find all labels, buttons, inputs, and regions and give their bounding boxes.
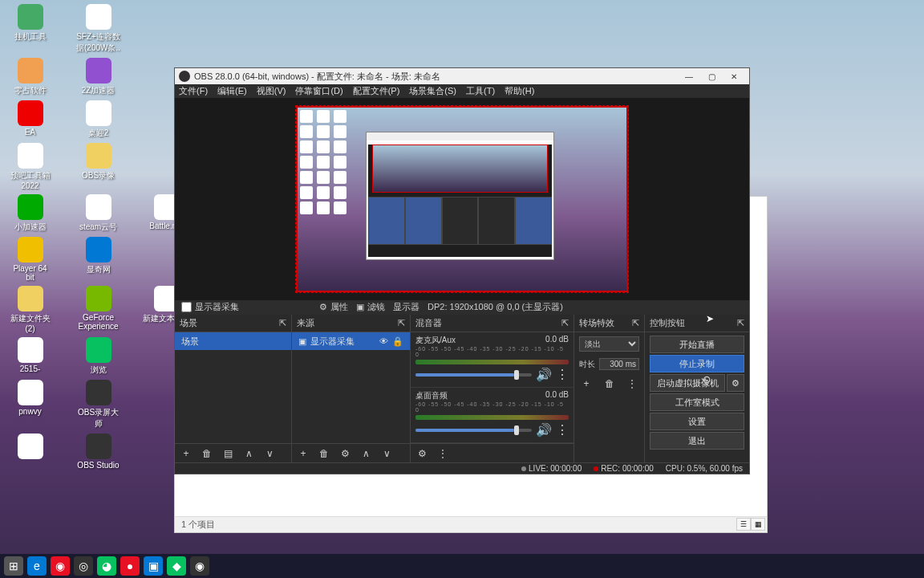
controls-title: 控制按钮	[650, 317, 685, 329]
titlebar[interactable]: OBS 28.0.0 (64-bit, windows) - 配置文件: 未命名…	[175, 68, 749, 84]
desktop-shortcut[interactable]: 零占软件	[0, 58, 60, 96]
mute-icon[interactable]: 🔊	[536, 422, 552, 438]
desktop-shortcut[interactable]: steam云号	[68, 194, 128, 233]
scene-down-button[interactable]: ∨	[262, 446, 277, 461]
desktop-shortcut[interactable]: 2515-	[0, 337, 60, 376]
filters-button[interactable]: ▣ 滤镜	[356, 301, 385, 313]
channel-name: 桌面音频	[415, 390, 448, 401]
transitions-title: 转场特效	[579, 317, 614, 329]
transition-select[interactable]: 淡出	[579, 336, 639, 352]
view-thumbs-icon[interactable]: ▦	[751, 518, 765, 531]
wechat-icon[interactable]: ◕	[97, 556, 116, 576]
source-no-show-checkbox[interactable]: 显示器采集	[181, 301, 239, 313]
channel-db: 0.0 dB	[545, 335, 569, 346]
menu-item[interactable]: 停靠窗口(D)	[295, 85, 342, 97]
mute-icon[interactable]: 🔊	[536, 367, 552, 382]
mixer-title: 混音器	[415, 317, 442, 329]
popout-icon[interactable]: ⇱	[398, 318, 405, 328]
virtual-cam-button[interactable]: 启动虚拟摄像机	[650, 374, 725, 392]
properties-button[interactable]: ⚙ 属性	[319, 301, 348, 313]
channel-menu-icon[interactable]: ⋮	[556, 367, 569, 382]
preview-source-bounds[interactable]	[296, 106, 628, 292]
app3-icon[interactable]: ▣	[144, 556, 163, 576]
preview-area[interactable]	[175, 98, 749, 300]
desktop-shortcut[interactable]: 新建文件夹 (2)	[0, 286, 60, 333]
close-button[interactable]: ✕	[723, 68, 745, 84]
add-source-button[interactable]: +	[296, 446, 310, 461]
add-transition-button[interactable]: +	[579, 377, 594, 391]
desktop-shortcut[interactable]: OBS录像	[68, 143, 128, 190]
desktop-shortcut[interactable]: 桌迎2	[68, 100, 128, 139]
taskbar[interactable]: ⊞ e ◉ ◎ ◕ ● ▣ ◆ ◉	[0, 554, 924, 578]
desktop-shortcut[interactable]: OBS录屏大 师	[68, 380, 128, 429]
channel-db: 0.0 dB	[545, 390, 569, 401]
desktop-shortcut[interactable]	[0, 434, 60, 470]
popout-icon[interactable]: ⇱	[737, 318, 744, 328]
add-scene-button[interactable]: +	[179, 446, 193, 461]
obs-main-window: OBS 28.0.0 (64-bit, windows) - 配置文件: 未命名…	[174, 67, 750, 474]
maximize-button[interactable]: ▢	[700, 68, 723, 84]
settings-button[interactable]: 设置	[650, 413, 744, 430]
transition-menu-button[interactable]: ⋮	[625, 377, 639, 391]
display-label: 显示器	[393, 301, 419, 313]
lock-icon[interactable]: 🔒	[392, 336, 403, 347]
menu-item[interactable]: 配置文件(P)	[353, 85, 400, 97]
desktop-shortcut[interactable]: 挂机工具	[0, 4, 60, 54]
duration-input[interactable]	[599, 358, 639, 370]
virtual-cam-settings-button[interactable]: ⚙	[727, 374, 744, 392]
mixer-channel: 麦克风/Aux0.0 dB -60 -55 -50 -45 -40 -35 -3…	[411, 332, 573, 388]
desktop-shortcut[interactable]: pnwvy	[0, 380, 60, 429]
menu-item[interactable]: 场景集合(S)	[409, 85, 456, 97]
reset-icon[interactable]: ⟲	[701, 373, 711, 386]
desktop-shortcut[interactable]: 2Z加速器	[68, 58, 128, 96]
edge-icon[interactable]: e	[27, 556, 47, 576]
channel-menu-icon[interactable]: ⋮	[556, 422, 569, 438]
menu-item[interactable]: 工具(T)	[466, 85, 495, 97]
app4-icon[interactable]: ◆	[167, 556, 186, 576]
desktop-shortcut[interactable]: GeForce Experience	[68, 286, 128, 333]
view-details-icon[interactable]: ☰	[736, 518, 751, 531]
menu-item[interactable]: 帮助(H)	[505, 85, 534, 97]
steam-icon[interactable]: ◎	[74, 556, 93, 576]
visibility-icon[interactable]: 👁	[379, 336, 388, 346]
scene-up-button[interactable]: ∧	[241, 446, 256, 461]
desktop-shortcut[interactable]: 显奇网	[68, 237, 128, 282]
desktop-shortcut[interactable]: 预吧工具箱 2022	[0, 143, 60, 190]
exit-button[interactable]: 退出	[650, 432, 744, 450]
mixer-menu-button[interactable]: ⋮	[436, 446, 450, 461]
start-stream-button[interactable]: 开始直播	[650, 336, 744, 353]
mixer-settings-button[interactable]: ⚙	[415, 446, 429, 461]
scene-item[interactable]: 场景	[175, 332, 291, 350]
source-props-button[interactable]: ⚙	[338, 446, 352, 461]
menu-item[interactable]: 文件(F)	[179, 85, 208, 97]
desktop-shortcut[interactable]: SFZ+连容数 据(200W条..	[68, 4, 128, 54]
scene-filter-button[interactable]: ▤	[221, 446, 235, 461]
desktop-shortcut[interactable]: Player 64 bit	[0, 237, 60, 282]
studio-mode-button[interactable]: 工作室模式	[650, 393, 744, 411]
popout-icon[interactable]: ⇱	[279, 318, 286, 328]
menu-item[interactable]: 视图(V)	[257, 85, 286, 97]
remove-scene-button[interactable]: 🗑	[200, 446, 214, 461]
source-down-button[interactable]: ∨	[379, 446, 394, 461]
desktop-shortcut[interactable]: 小加速器	[0, 194, 60, 233]
mixer-panel: 混音器 ⇱ 麦克风/Aux0.0 dB -60 -55 -50 -45 -40 …	[411, 315, 574, 462]
volume-slider[interactable]	[415, 373, 532, 377]
desktop-shortcut[interactable]: EA	[0, 100, 60, 139]
volume-slider[interactable]	[415, 429, 532, 432]
source-item[interactable]: ▣ 显示器采集 👁 🔒	[292, 332, 410, 350]
app2-icon[interactable]: ●	[120, 556, 140, 576]
start-button[interactable]: ⊞	[4, 556, 23, 576]
desktop-shortcut[interactable]: OBS Studio	[68, 434, 128, 470]
stop-record-button[interactable]: 停止录制	[650, 355, 744, 372]
app-icon[interactable]: ◉	[51, 556, 70, 576]
menu-item[interactable]: 编辑(E)	[217, 85, 247, 97]
desktop-shortcut[interactable]: 浏览	[68, 337, 128, 376]
popout-icon[interactable]: ⇱	[561, 318, 569, 328]
obs-taskbar-icon[interactable]: ◉	[190, 556, 209, 576]
source-up-button[interactable]: ∧	[359, 446, 373, 461]
duration-label: 时长	[579, 359, 595, 370]
remove-transition-button[interactable]: 🗑	[602, 377, 617, 391]
remove-source-button[interactable]: 🗑	[317, 446, 331, 461]
minimize-button[interactable]: —	[678, 68, 700, 84]
popout-icon[interactable]: ⇱	[632, 318, 639, 328]
